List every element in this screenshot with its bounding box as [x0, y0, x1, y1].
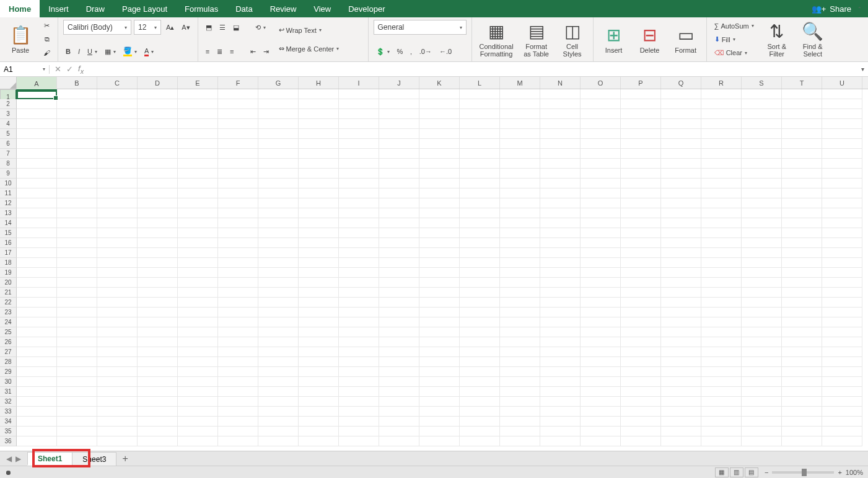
align-middle-button[interactable]: ☰ — [217, 20, 228, 35]
cell-F31[interactable] — [218, 387, 258, 397]
cell-P36[interactable] — [621, 436, 661, 446]
cell-A6[interactable] — [17, 139, 57, 149]
cell-E33[interactable] — [178, 407, 218, 417]
cell-C12[interactable] — [97, 198, 138, 208]
cell-L18[interactable] — [460, 258, 500, 268]
cell-C22[interactable] — [97, 298, 138, 308]
ribbon-tab-data[interactable]: Data — [227, 0, 261, 17]
cell-P9[interactable] — [621, 169, 661, 179]
cell-M35[interactable] — [500, 427, 540, 436]
cell-O27[interactable] — [581, 347, 621, 357]
cell-I30[interactable] — [339, 377, 379, 387]
cell-C4[interactable] — [97, 119, 138, 129]
cell-K31[interactable] — [419, 387, 460, 397]
column-header-H[interactable]: H — [299, 77, 339, 89]
cell-I15[interactable] — [339, 228, 379, 238]
cell-G13[interactable] — [258, 208, 299, 218]
cell-P21[interactable] — [621, 288, 661, 298]
cell-K21[interactable] — [419, 288, 460, 298]
zoom-slider[interactable] — [772, 471, 834, 474]
cell-M8[interactable] — [500, 159, 540, 169]
cell-O18[interactable] — [581, 258, 621, 268]
cell-D4[interactable] — [138, 119, 178, 129]
cell-P33[interactable] — [621, 407, 661, 417]
cell-E9[interactable] — [178, 169, 218, 179]
cell-U28[interactable] — [822, 357, 862, 367]
cell-S28[interactable] — [742, 357, 782, 367]
cell-L32[interactable] — [460, 397, 500, 407]
cell-P14[interactable] — [621, 218, 661, 228]
cell-P30[interactable] — [621, 377, 661, 387]
cell-U22[interactable] — [822, 298, 862, 308]
cell-G32[interactable] — [258, 397, 299, 407]
cell-K7[interactable] — [419, 149, 460, 159]
cell-R12[interactable] — [701, 198, 742, 208]
cell-S21[interactable] — [742, 288, 782, 298]
cell-D12[interactable] — [138, 198, 178, 208]
cell-J14[interactable] — [379, 218, 419, 228]
cell-F17[interactable] — [218, 248, 258, 258]
cell-U7[interactable] — [822, 149, 862, 159]
cell-K27[interactable] — [419, 347, 460, 357]
cell-S24[interactable] — [742, 317, 782, 327]
cell-T25[interactable] — [782, 327, 822, 337]
cell-K17[interactable] — [419, 248, 460, 258]
cell-B27[interactable] — [57, 347, 97, 357]
cell-U8[interactable] — [822, 159, 862, 169]
cell-L9[interactable] — [460, 169, 500, 179]
cell-L14[interactable] — [460, 218, 500, 228]
cell-L25[interactable] — [460, 327, 500, 337]
row-header-15[interactable]: 15 — [0, 228, 17, 238]
cell-A32[interactable] — [17, 397, 57, 407]
cell-E35[interactable] — [178, 427, 218, 436]
cell-F35[interactable] — [218, 427, 258, 436]
cell-N5[interactable] — [540, 129, 581, 139]
cell-T2[interactable] — [782, 99, 822, 109]
macro-record-icon[interactable]: ⏺ — [5, 469, 12, 476]
cell-D35[interactable] — [138, 427, 178, 436]
cell-B31[interactable] — [57, 387, 97, 397]
cell-K28[interactable] — [419, 357, 460, 367]
row-header-8[interactable]: 8 — [0, 159, 17, 169]
cell-D36[interactable] — [138, 436, 178, 446]
cell-F16[interactable] — [218, 238, 258, 248]
cell-U13[interactable] — [822, 208, 862, 218]
cell-B36[interactable] — [57, 436, 97, 446]
cell-G24[interactable] — [258, 317, 299, 327]
cell-T27[interactable] — [782, 347, 822, 357]
cell-H30[interactable] — [299, 377, 339, 387]
cell-M22[interactable] — [500, 298, 540, 308]
ribbon-tab-developer[interactable]: Developer — [340, 0, 393, 17]
cell-I2[interactable] — [339, 99, 379, 109]
cell-T18[interactable] — [782, 258, 822, 268]
cell-H20[interactable] — [299, 278, 339, 288]
cell-G29[interactable] — [258, 367, 299, 377]
cell-S33[interactable] — [742, 407, 782, 417]
cell-C23[interactable] — [97, 308, 138, 317]
cell-N24[interactable] — [540, 317, 581, 327]
cell-F25[interactable] — [218, 327, 258, 337]
cell-J26[interactable] — [379, 337, 419, 347]
cell-T7[interactable] — [782, 149, 822, 159]
cell-L29[interactable] — [460, 367, 500, 377]
cell-P7[interactable] — [621, 149, 661, 159]
cell-K4[interactable] — [419, 119, 460, 129]
cell-G11[interactable] — [258, 188, 299, 198]
cell-I12[interactable] — [339, 198, 379, 208]
merge-center-button[interactable]: ⇔ Merge & Center▾ — [276, 42, 363, 56]
row-header-10[interactable]: 10 — [0, 179, 17, 188]
cell-P3[interactable] — [621, 109, 661, 119]
cell-G21[interactable] — [258, 288, 299, 298]
cell-Q36[interactable] — [661, 436, 701, 446]
row-header-19[interactable]: 19 — [0, 268, 17, 278]
cell-O17[interactable] — [581, 248, 621, 258]
cell-O7[interactable] — [581, 149, 621, 159]
cell-B10[interactable] — [57, 179, 97, 188]
cell-P28[interactable] — [621, 357, 661, 367]
row-header-26[interactable]: 26 — [0, 337, 17, 347]
cell-H35[interactable] — [299, 427, 339, 436]
cell-R2[interactable] — [701, 99, 742, 109]
cell-B21[interactable] — [57, 288, 97, 298]
cell-T12[interactable] — [782, 198, 822, 208]
cell-E13[interactable] — [178, 208, 218, 218]
